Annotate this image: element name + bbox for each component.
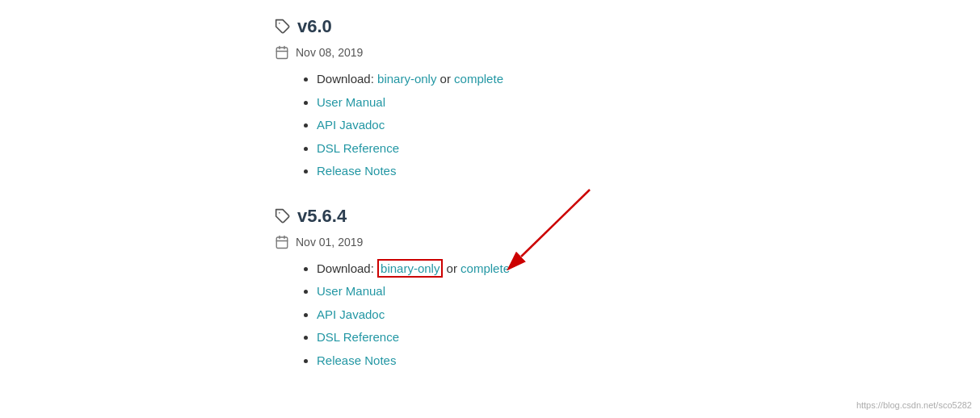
release-notes-item-v6: Release Notes xyxy=(317,160,980,183)
dsl-reference-item-v564: DSL Reference xyxy=(317,326,980,349)
binary-only-link-v6[interactable]: binary-only xyxy=(377,72,436,86)
version-section-v564: v5.6.4 Nov 01, 2019 Download: binary-onl… xyxy=(275,206,980,373)
release-notes-link-v564[interactable]: Release Notes xyxy=(317,353,396,367)
dsl-reference-item-v6: DSL Reference xyxy=(317,137,980,161)
api-javadoc-link-v6[interactable]: API Javadoc xyxy=(317,118,385,132)
user-manual-link-v564[interactable]: User Manual xyxy=(317,284,385,298)
date-row-v564: Nov 01, 2019 xyxy=(275,235,980,249)
complete-link-v6[interactable]: complete xyxy=(454,72,503,86)
user-manual-item-v6: User Manual xyxy=(317,91,980,115)
api-javadoc-item-v6: API Javadoc xyxy=(317,114,980,137)
version-title-v6: v6.0 xyxy=(275,16,980,37)
release-notes-link-v6[interactable]: Release Notes xyxy=(317,164,396,178)
user-manual-item-v564: User Manual xyxy=(317,280,980,303)
version-title-v564: v5.6.4 xyxy=(275,206,980,227)
version-label-v6: v6.0 xyxy=(297,16,332,37)
download-prefix-v564: Download: xyxy=(317,261,377,275)
download-item-v6: Download: binary-only or complete xyxy=(317,68,980,91)
dsl-reference-link-v6[interactable]: DSL Reference xyxy=(317,141,399,155)
or-separator-v564: or xyxy=(447,261,461,275)
api-javadoc-link-v564[interactable]: API Javadoc xyxy=(317,307,385,321)
calendar-icon-v6 xyxy=(275,45,289,60)
links-list-v6: Download: binary-only or complete User M… xyxy=(275,68,980,183)
date-label-v6: Nov 08, 2019 xyxy=(296,46,363,59)
tag-icon-v6 xyxy=(275,19,291,35)
dsl-reference-link-v564[interactable]: DSL Reference xyxy=(317,330,399,344)
tag-icon-v564 xyxy=(275,208,291,224)
links-list-v564: Download: binary-only or complete User M… xyxy=(275,257,980,373)
date-label-v564: Nov 01, 2019 xyxy=(296,236,363,249)
release-notes-item-v564: Release Notes xyxy=(317,349,980,373)
svg-rect-1 xyxy=(276,48,288,59)
svg-rect-6 xyxy=(276,237,288,249)
main-content: v6.0 Nov 08, 2019 Download: binary-only … xyxy=(0,0,980,411)
version-section-v6: v6.0 Nov 08, 2019 Download: binary-only … xyxy=(275,16,980,183)
watermark: https://blog.csdn.net/sco5282 xyxy=(856,400,972,410)
binary-only-link-v564[interactable]: binary-only xyxy=(377,259,443,278)
download-item-v564: Download: binary-only or complete xyxy=(317,257,980,281)
complete-link-v564[interactable]: complete xyxy=(461,261,510,275)
date-row-v6: Nov 08, 2019 xyxy=(275,45,980,60)
or-separator-v6: or xyxy=(440,72,455,86)
user-manual-link-v6[interactable]: User Manual xyxy=(317,95,385,109)
calendar-icon-v564 xyxy=(275,235,289,249)
version-label-v564: v5.6.4 xyxy=(297,206,347,227)
download-prefix-v6: Download: xyxy=(317,72,377,86)
api-javadoc-item-v564: API Javadoc xyxy=(317,303,980,327)
